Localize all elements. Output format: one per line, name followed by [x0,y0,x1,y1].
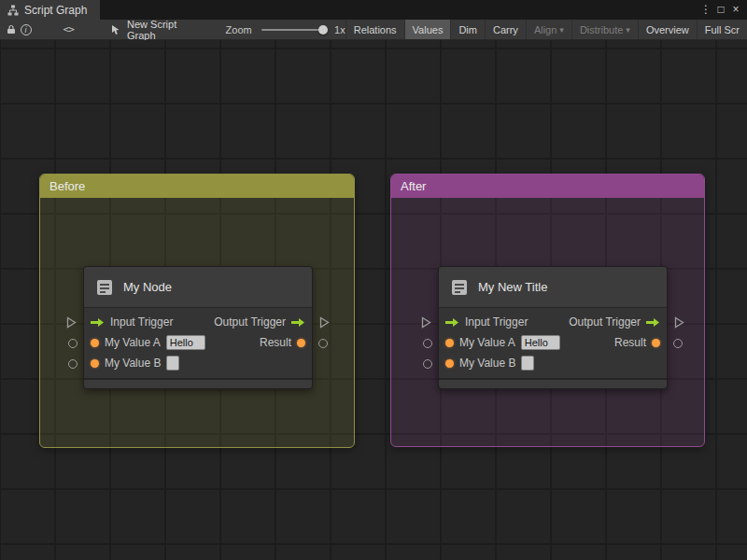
group-title: Before [49,179,85,193]
value-port-icon[interactable] [445,339,454,347]
node-title: My Node [123,280,172,294]
port-row-flow: Input Trigger Output Trigger [84,312,312,332]
flow-output-icon[interactable] [291,317,305,328]
tab-title: Script Graph [24,4,87,17]
node-header[interactable]: My New Title [439,267,667,308]
flow-input-icon[interactable] [91,317,105,328]
group-title: After [401,179,426,193]
dim-button[interactable]: Dim [450,20,485,39]
external-value-port[interactable] [673,339,683,348]
group-header-before[interactable]: Before [40,175,354,198]
external-value-port[interactable] [318,339,328,348]
group-before[interactable]: Before My Node [39,174,355,448]
group-after[interactable]: After My New Title [390,174,705,447]
node-my-node[interactable]: My Node Input Trigger Output Trigger [83,266,313,389]
relations-button[interactable]: Relations [345,20,404,39]
align-button[interactable]: Align ▾ [526,20,571,39]
tab-bar: Script Graph ⋮ □ × [0,0,747,20]
tab-script-graph[interactable]: Script Graph [0,0,100,20]
external-value-port[interactable] [68,359,78,369]
info-icon[interactable]: i [19,20,34,39]
port-label: Input Trigger [465,315,528,329]
graph-name-label[interactable]: New Script Graph [127,19,198,41]
value-b-input[interactable] [521,356,534,371]
window-controls: ⋮ □ × [698,0,747,20]
port-label: Output Trigger [569,315,641,329]
flow-input-icon[interactable] [445,317,459,328]
chevron-down-icon: ▾ [559,25,564,35]
value-port-icon[interactable] [91,359,99,368]
toolbar-buttons: Relations Values Dim Carry Align ▾ Distr… [345,20,747,39]
port-label: My Value B [105,357,161,370]
port-row-flow: Input Trigger Output Trigger [439,312,667,332]
overview-button[interactable]: Overview [638,20,697,39]
carry-button[interactable]: Carry [485,20,526,39]
graph-canvas[interactable]: Before My Node [0,40,747,560]
lock-icon[interactable] [4,20,19,39]
port-label: Result [614,336,646,349]
node-body: Input Trigger Output Trigger My Valu [84,308,312,378]
value-port-icon[interactable] [91,339,99,347]
port-label: My Value B [459,357,515,370]
node-footer [439,378,667,388]
port-row-value-a: My Value A Result [439,332,667,353]
fullscreen-button[interactable]: Full Scr [697,20,747,39]
port-label: My Value A [105,336,161,349]
value-port-icon[interactable] [445,359,454,368]
group-header-after[interactable]: After [391,175,704,198]
menu-icon[interactable]: ⋮ [698,0,713,20]
close-icon[interactable]: × [728,0,743,20]
script-graph-window: Script Graph ⋮ □ × i <> New Script Graph… [0,0,747,560]
flow-output-icon[interactable] [646,317,660,328]
value-port-icon[interactable] [297,339,305,347]
external-flow-input-port[interactable] [421,316,431,329]
port-label: Input Trigger [110,315,173,329]
value-a-input[interactable] [521,335,560,350]
maximize-icon[interactable]: □ [713,0,728,20]
port-row-value-b: My Value B [439,353,667,373]
unit-icon [94,277,115,298]
zoom-value: 1x [334,24,345,35]
external-value-port[interactable] [68,339,78,348]
values-button[interactable]: Values [404,20,451,39]
unit-icon [449,277,470,298]
node-my-new-title[interactable]: My New Title Input Trigger Output Trigge… [438,266,668,389]
external-flow-input-port[interactable] [66,316,77,329]
code-icon[interactable]: <> [61,20,76,39]
port-label: Output Trigger [214,315,286,329]
node-body: Input Trigger Output Trigger My Valu [439,308,667,378]
graph-pointer-icon [111,24,121,35]
graph-toolbar: i <> New Script Graph Zoom 1x Relations … [0,20,747,40]
port-label: My Value A [459,336,515,349]
node-footer [84,378,312,388]
node-title: My New Title [478,280,547,294]
node-header[interactable]: My Node [84,267,312,308]
chevron-down-icon: ▾ [626,25,630,35]
port-row-value-a: My Value A Result [84,332,312,353]
graph-icon [7,5,19,16]
zoom-slider[interactable] [261,24,328,35]
port-row-value-b: My Value B [84,353,312,373]
value-port-icon[interactable] [652,339,660,347]
external-value-port[interactable] [423,339,432,348]
external-flow-output-port[interactable] [319,316,330,329]
port-label: Result [260,336,291,349]
value-b-input[interactable] [166,356,179,371]
value-a-input[interactable] [166,335,205,350]
zoom-label: Zoom [226,24,252,35]
distribute-button[interactable]: Distribute ▾ [571,20,638,39]
external-value-port[interactable] [423,359,432,369]
zoom-slider-handle[interactable] [318,25,328,35]
external-flow-output-port[interactable] [674,316,684,329]
